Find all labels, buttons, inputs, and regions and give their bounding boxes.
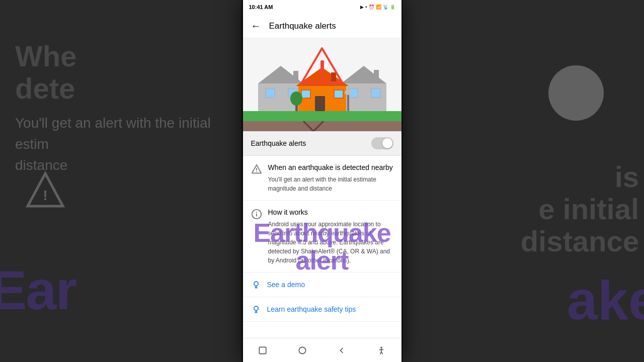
nearby-body: You'll get an alert with the initial est… (268, 175, 393, 193)
demo-bulb-icon (251, 280, 261, 290)
svg-rect-19 (334, 90, 343, 98)
bg-left-purple-text: Ear (0, 258, 76, 322)
how-section: How it works Android uses your approxima… (243, 201, 401, 273)
top-bar: ← Earthquake alerts (243, 14, 401, 38)
svg-rect-9 (293, 71, 298, 81)
bg-right-panel: ise initialdistance ake (403, 0, 644, 362)
bg-right-text: ise initialdistance (521, 161, 639, 257)
svg-point-30 (256, 171, 257, 172)
bg-right-purple-text: ake (567, 268, 644, 332)
signal-icon: 📡 (383, 5, 388, 10)
see-demo-link[interactable]: See a demo (267, 281, 305, 289)
svg-point-44 (380, 346, 382, 348)
dot-icon: • (365, 5, 367, 10)
alarm-icon: ⏰ (369, 5, 374, 10)
nearby-title: When an earthquake is detected nearby (268, 163, 393, 172)
battery-icon: 🔋 (390, 5, 395, 10)
warning-icon (251, 164, 262, 193)
svg-point-22 (290, 92, 302, 106)
see-demo-row[interactable]: See a demo (243, 273, 401, 297)
how-section-body: How it works Android uses your approxima… (268, 208, 393, 265)
svg-rect-13 (371, 88, 380, 98)
earthquake-illustration (243, 38, 401, 131)
svg-rect-26 (320, 60, 324, 73)
how-title: How it works (268, 208, 393, 217)
toggle-label: Earthquake alerts (251, 139, 306, 147)
status-icons: ▶ • ⏰ 📶 📡 🔋 (360, 5, 395, 10)
svg-point-38 (254, 307, 258, 311)
svg-point-24 (345, 90, 352, 95)
svg-text:!: ! (43, 188, 47, 203)
bg-left-body-text: You'll get an alert with the initial est… (15, 113, 226, 176)
nav-back-button[interactable] (333, 341, 351, 359)
bg-left-large-text: Whedete (15, 40, 76, 105)
toggle-knob (382, 138, 392, 148)
wifi-icon: 📶 (376, 5, 381, 10)
svg-rect-18 (301, 90, 310, 98)
how-body: Android uses your approximate location t… (268, 220, 393, 265)
svg-rect-23 (347, 94, 349, 111)
svg-rect-42 (259, 347, 266, 353)
bg-right-circle (548, 65, 604, 121)
earthquake-alerts-toggle[interactable] (371, 137, 393, 149)
nearby-section: When an earthquake is detected nearby Yo… (243, 156, 401, 201)
nav-recents-button[interactable] (254, 341, 272, 359)
svg-line-48 (381, 351, 383, 354)
safety-tips-row[interactable]: Learn earthquake safety tips (243, 297, 401, 322)
nav-home-button[interactable] (293, 341, 311, 359)
phone-container: 10:41 AM ▶ • ⏰ 📶 📡 🔋 ← Earthquake alerts (243, 0, 401, 362)
status-time: 10:41 AM (249, 4, 273, 10)
nav-accessibility-button[interactable] (372, 341, 390, 359)
safety-bulb-icon (251, 304, 261, 314)
svg-rect-14 (374, 70, 379, 80)
svg-point-27 (320, 76, 324, 80)
content-area: Earthquake alert When an earthquake is d… (243, 156, 401, 338)
earthquake-alerts-toggle-row: Earthquake alerts (243, 131, 401, 156)
back-button[interactable]: ← (251, 20, 261, 32)
status-bar: 10:41 AM ▶ • ⏰ 📶 📡 🔋 (243, 0, 401, 14)
bg-left-panel: Whedete You'll get an alert with the ini… (0, 0, 242, 362)
nearby-section-body: When an earthquake is detected nearby Yo… (268, 163, 393, 193)
safety-tips-link[interactable]: Learn earthquake safety tips (267, 305, 356, 313)
svg-point-43 (299, 347, 305, 353)
bg-triangle-icon: ! (25, 171, 65, 211)
nav-bar (243, 338, 401, 362)
info-icon (251, 209, 262, 265)
svg-point-34 (254, 282, 258, 286)
page-title: Earthquake alerts (269, 21, 336, 31)
svg-point-33 (256, 212, 257, 213)
svg-rect-17 (315, 96, 325, 111)
svg-rect-7 (266, 88, 275, 98)
youtube-icon: ▶ (360, 5, 364, 10)
